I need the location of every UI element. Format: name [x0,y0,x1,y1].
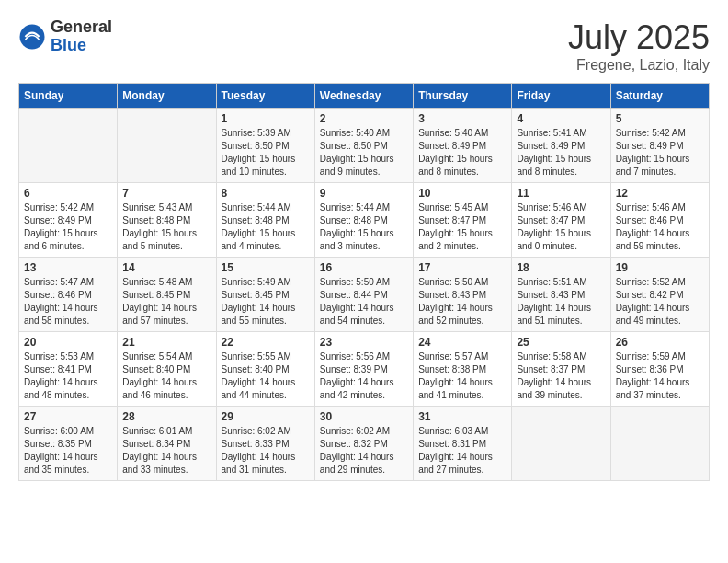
calendar-cell [118,109,216,183]
calendar-cell: 5Sunrise: 5:42 AM Sunset: 8:49 PM Daylig… [610,109,709,183]
calendar-cell: 4Sunrise: 5:41 AM Sunset: 8:49 PM Daylig… [512,109,610,183]
day-info: Sunrise: 5:44 AM Sunset: 8:48 PM Dayligh… [320,201,408,253]
day-number: 11 [517,187,605,200]
day-number: 8 [222,187,310,200]
calendar-header-friday: Friday [512,84,610,109]
calendar-cell [19,109,118,183]
day-info: Sunrise: 5:46 AM Sunset: 8:47 PM Dayligh… [517,201,605,253]
day-info: Sunrise: 5:46 AM Sunset: 8:46 PM Dayligh… [616,201,704,253]
calendar-cell: 18Sunrise: 5:51 AM Sunset: 8:43 PM Dayli… [512,258,610,332]
logo-text: General Blue [51,18,112,55]
day-info: Sunrise: 5:56 AM Sunset: 8:39 PM Dayligh… [320,350,408,402]
location: Fregene, Lazio, Italy [568,57,710,74]
day-info: Sunrise: 5:52 AM Sunset: 8:42 PM Dayligh… [616,276,704,327]
day-info: Sunrise: 5:40 AM Sunset: 8:49 PM Dayligh… [418,127,506,178]
day-number: 20 [24,336,112,349]
day-number: 7 [122,187,210,200]
calendar-cell: 14Sunrise: 5:48 AM Sunset: 8:45 PM Dayli… [118,258,216,332]
logo: General Blue [18,18,112,55]
day-number: 6 [24,187,112,200]
calendar-cell: 20Sunrise: 5:53 AM Sunset: 8:41 PM Dayli… [19,332,118,407]
day-info: Sunrise: 5:59 AM Sunset: 8:36 PM Dayligh… [616,350,704,402]
calendar-week-row: 13Sunrise: 5:47 AM Sunset: 8:46 PM Dayli… [19,258,710,332]
calendar-header-thursday: Thursday [414,84,512,109]
day-number: 10 [418,187,506,200]
calendar-header-sunday: Sunday [19,84,118,109]
calendar-cell: 29Sunrise: 6:02 AM Sunset: 8:33 PM Dayli… [216,407,314,481]
calendar-cell: 26Sunrise: 5:59 AM Sunset: 8:36 PM Dayli… [610,332,709,407]
day-info: Sunrise: 6:00 AM Sunset: 8:35 PM Dayligh… [24,425,112,477]
day-number: 15 [222,261,310,274]
day-info: Sunrise: 5:41 AM Sunset: 8:49 PM Dayligh… [517,127,605,178]
day-number: 27 [24,410,112,423]
day-number: 30 [320,410,408,423]
page-header: General Blue July 2025 Fregene, Lazio, I… [18,18,710,74]
calendar-cell: 31Sunrise: 6:03 AM Sunset: 8:31 PM Dayli… [414,407,512,481]
calendar-header-tuesday: Tuesday [216,84,314,109]
calendar-header-wednesday: Wednesday [314,84,413,109]
calendar-cell: 6Sunrise: 5:42 AM Sunset: 8:49 PM Daylig… [19,183,118,258]
calendar-cell: 3Sunrise: 5:40 AM Sunset: 8:49 PM Daylig… [414,109,512,183]
day-info: Sunrise: 5:53 AM Sunset: 8:41 PM Dayligh… [24,350,112,402]
day-number: 14 [122,261,210,274]
calendar-cell: 10Sunrise: 5:45 AM Sunset: 8:47 PM Dayli… [414,183,512,258]
calendar-cell: 30Sunrise: 6:02 AM Sunset: 8:32 PM Dayli… [314,407,413,481]
calendar-cell: 2Sunrise: 5:40 AM Sunset: 8:50 PM Daylig… [314,109,413,183]
calendar-cell: 13Sunrise: 5:47 AM Sunset: 8:46 PM Dayli… [19,258,118,332]
calendar-cell: 16Sunrise: 5:50 AM Sunset: 8:44 PM Dayli… [314,258,413,332]
day-number: 9 [320,187,408,200]
title-section: July 2025 Fregene, Lazio, Italy [568,18,710,74]
day-number: 22 [222,336,310,349]
day-number: 2 [320,112,408,125]
day-info: Sunrise: 5:39 AM Sunset: 8:50 PM Dayligh… [222,127,310,178]
calendar-cell: 27Sunrise: 6:00 AM Sunset: 8:35 PM Dayli… [19,407,118,481]
day-info: Sunrise: 5:50 AM Sunset: 8:43 PM Dayligh… [418,276,506,327]
day-info: Sunrise: 5:55 AM Sunset: 8:40 PM Dayligh… [222,350,310,402]
day-info: Sunrise: 5:49 AM Sunset: 8:45 PM Dayligh… [222,276,310,327]
calendar-week-row: 6Sunrise: 5:42 AM Sunset: 8:49 PM Daylig… [19,183,710,258]
calendar-week-row: 27Sunrise: 6:00 AM Sunset: 8:35 PM Dayli… [19,407,710,481]
day-info: Sunrise: 5:42 AM Sunset: 8:49 PM Dayligh… [616,127,704,178]
calendar-cell: 23Sunrise: 5:56 AM Sunset: 8:39 PM Dayli… [314,332,413,407]
calendar-cell: 15Sunrise: 5:49 AM Sunset: 8:45 PM Dayli… [216,258,314,332]
calendar-cell: 12Sunrise: 5:46 AM Sunset: 8:46 PM Dayli… [610,183,709,258]
day-number: 23 [320,336,408,349]
day-info: Sunrise: 5:44 AM Sunset: 8:48 PM Dayligh… [222,201,310,253]
day-info: Sunrise: 5:50 AM Sunset: 8:44 PM Dayligh… [320,276,408,327]
calendar-cell: 24Sunrise: 5:57 AM Sunset: 8:38 PM Dayli… [414,332,512,407]
calendar-cell: 8Sunrise: 5:44 AM Sunset: 8:48 PM Daylig… [216,183,314,258]
day-info: Sunrise: 5:58 AM Sunset: 8:37 PM Dayligh… [517,350,605,402]
day-number: 5 [616,112,704,125]
logo-icon [18,23,46,51]
day-number: 4 [517,112,605,125]
calendar-week-row: 1Sunrise: 5:39 AM Sunset: 8:50 PM Daylig… [19,109,710,183]
day-info: Sunrise: 6:02 AM Sunset: 8:32 PM Dayligh… [320,425,408,477]
day-info: Sunrise: 5:48 AM Sunset: 8:45 PM Dayligh… [122,276,210,327]
day-info: Sunrise: 6:01 AM Sunset: 8:34 PM Dayligh… [122,425,210,477]
day-info: Sunrise: 5:40 AM Sunset: 8:50 PM Dayligh… [320,127,408,178]
day-info: Sunrise: 5:51 AM Sunset: 8:43 PM Dayligh… [517,276,605,327]
calendar-week-row: 20Sunrise: 5:53 AM Sunset: 8:41 PM Dayli… [19,332,710,407]
svg-point-0 [20,24,45,49]
calendar-table: SundayMondayTuesdayWednesdayThursdayFrid… [18,83,710,481]
day-info: Sunrise: 5:54 AM Sunset: 8:40 PM Dayligh… [122,350,210,402]
day-number: 25 [517,336,605,349]
day-number: 13 [24,261,112,274]
day-info: Sunrise: 5:42 AM Sunset: 8:49 PM Dayligh… [24,201,112,253]
calendar-cell: 19Sunrise: 5:52 AM Sunset: 8:42 PM Dayli… [610,258,709,332]
logo-general: General [51,18,112,37]
calendar-cell: 28Sunrise: 6:01 AM Sunset: 8:34 PM Dayli… [118,407,216,481]
day-number: 17 [418,261,506,274]
day-number: 12 [616,187,704,200]
day-number: 18 [517,261,605,274]
calendar-header-monday: Monday [118,84,216,109]
day-info: Sunrise: 5:47 AM Sunset: 8:46 PM Dayligh… [24,276,112,327]
day-number: 3 [418,112,506,125]
day-info: Sunrise: 6:03 AM Sunset: 8:31 PM Dayligh… [418,425,506,477]
calendar-cell: 7Sunrise: 5:43 AM Sunset: 8:48 PM Daylig… [118,183,216,258]
day-number: 16 [320,261,408,274]
day-number: 24 [418,336,506,349]
calendar-cell: 17Sunrise: 5:50 AM Sunset: 8:43 PM Dayli… [414,258,512,332]
calendar-header-saturday: Saturday [610,84,709,109]
day-number: 28 [122,410,210,423]
